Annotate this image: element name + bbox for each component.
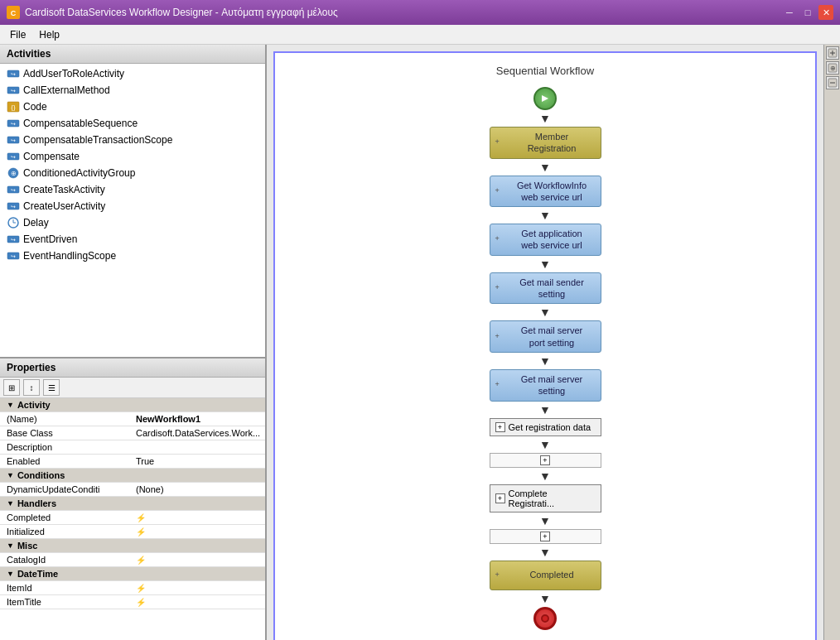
flow-arrow: ▼ (539, 402, 551, 418)
node-label: Get WorkflowInfoweb service url (509, 180, 596, 204)
props-list-btn[interactable]: ☰ (43, 379, 60, 396)
svg-text:↪: ↪ (11, 137, 16, 143)
section-label: Misc (17, 541, 37, 551)
workflow-flow: ▼ + MemberRegistration ▼ + Get WorkflowI… (283, 87, 807, 630)
activity-item[interactable]: ↪ Compensate (0, 148, 265, 165)
props-row: (Name) NewWorkflow1 (0, 412, 265, 426)
workflow-end-node (533, 607, 557, 630)
workflow-node-inner-expand2[interactable]: + (490, 529, 601, 544)
workflow-node-inner-expand[interactable]: + (490, 453, 601, 468)
lightning-icon: ⚡ (136, 598, 146, 607)
svg-text:↪: ↪ (11, 154, 16, 160)
prop-key: Completed (0, 511, 133, 525)
expand-inner-icon[interactable]: + (540, 532, 550, 541)
side-btn-1[interactable] (826, 46, 839, 60)
properties-table[interactable]: ▼ Activity (Name) NewWorkflow1 Base Clas… (0, 398, 265, 640)
section-label: Conditions (17, 470, 65, 480)
props-row: Base Class Cardisoft.DataServices.Work..… (0, 426, 265, 440)
svg-text:↪: ↪ (11, 71, 16, 77)
props-grid-btn[interactable]: ⊞ (3, 379, 20, 396)
activity-item[interactable]: ↪ CompensatableSequence (0, 115, 265, 132)
node-label: Get registration data (509, 422, 591, 432)
prop-key: Enabled (0, 455, 133, 469)
activity-item[interactable]: ⊕ ConditionedActivityGroup (0, 165, 265, 181)
prop-value: True (133, 455, 265, 469)
expand-inner-icon[interactable]: + (540, 455, 550, 465)
workflow-node-mail-server[interactable]: + Get mail serversetting (490, 369, 601, 402)
side-btn-3[interactable] (826, 76, 839, 89)
workflow-node-member-registration[interactable]: + MemberRegistration (490, 127, 601, 159)
prop-value: ⚡ (133, 525, 265, 539)
expand-button[interactable]: + (495, 422, 505, 432)
props-section-datetime: ▼ DateTime (0, 567, 265, 581)
node-label: Complete Registrati... (509, 488, 596, 508)
node-label: Completed (509, 569, 596, 580)
expand-icon[interactable]: ▼ (7, 499, 14, 508)
prop-key: CatalogId (0, 553, 133, 567)
activity-item[interactable]: {} Code (0, 99, 265, 115)
prop-key: DynamicUpdateConditi (0, 483, 133, 497)
minimize-button[interactable]: ─ (782, 5, 797, 20)
props-section-handlers: ▼ Handlers (0, 497, 265, 511)
expand-icon[interactable]: ▼ (7, 401, 14, 409)
flow-arrow: ▼ (539, 256, 551, 272)
node-label: MemberRegistration (509, 131, 596, 155)
props-section-conditions: ▼ Conditions (0, 469, 265, 483)
props-row: Description (0, 440, 265, 455)
close-button[interactable]: ✕ (818, 5, 833, 20)
expand-icon[interactable]: ▼ (7, 471, 14, 479)
activities-header: Activities (0, 45, 265, 64)
activity-item[interactable]: ↪ CreateUserActivity (0, 198, 265, 214)
workflow-canvas: Sequential Workflow ▼ + MemberRegistrati… (273, 51, 817, 640)
main-layout: Activities ↪ AddUserToRoleActivity ↪ Cal… (0, 45, 840, 640)
menu-help[interactable]: Help (32, 27, 66, 42)
svg-text:↪: ↪ (11, 204, 16, 209)
lightning-icon: ⚡ (136, 527, 146, 537)
flow-arrow: ▼ (539, 207, 551, 224)
node-label: Get applicationweb service url (509, 228, 596, 252)
flow-arrow: ▼ (539, 353, 551, 369)
svg-text:↪: ↪ (11, 88, 16, 94)
lightning-icon: ⚡ (136, 513, 146, 522)
activity-item[interactable]: ↪ CompensatableTransactionScope (0, 132, 265, 148)
svg-text:⊕: ⊕ (829, 65, 835, 72)
props-sort-btn[interactable]: ↕ (23, 379, 40, 396)
activity-item[interactable]: ↪ EventDriven (0, 231, 265, 248)
workflow-node-mail-port[interactable]: + Get mail serverport setting (490, 320, 601, 353)
side-btn-2[interactable]: ⊕ (826, 61, 839, 75)
side-toolbar: ⊕ (823, 45, 840, 640)
workflow-node-complete-registration[interactable]: + Complete Registrati... (490, 484, 601, 512)
workflow-node-workflowinfo-url[interactable]: + Get WorkflowInfoweb service url (490, 176, 601, 208)
maximize-button[interactable]: □ (800, 5, 815, 20)
activity-item[interactable]: Delay (0, 214, 265, 231)
node-icon: + (495, 234, 505, 244)
node-icon: + (495, 332, 505, 342)
activities-list[interactable]: ↪ AddUserToRoleActivity ↪ CallExternalMe… (0, 64, 265, 357)
prop-value: ⚡ (133, 581, 265, 595)
flow-arrow: ▼ (539, 159, 551, 176)
end-inner (541, 614, 549, 623)
workflow-node-mail-sender[interactable]: + Get mail sendersetting (490, 272, 601, 305)
prop-key: ItemId (0, 581, 133, 595)
svg-text:↪: ↪ (11, 187, 16, 193)
section-label: Handlers (17, 498, 56, 508)
expand-icon[interactable]: ▼ (7, 541, 14, 550)
activity-item[interactable]: ↪ AddUserToRoleActivity (0, 65, 265, 82)
blue-arrow-icon: ↪ (7, 200, 20, 213)
node-icon: + (495, 283, 505, 293)
activity-item[interactable]: ↪ CreateTaskActivity (0, 181, 265, 198)
expand-icon[interactable]: ▼ (7, 570, 14, 578)
props-row: ItemId ⚡ (0, 581, 265, 595)
workflow-node-app-url[interactable]: + Get applicationweb service url (490, 224, 601, 256)
expand-button[interactable]: + (495, 493, 505, 503)
workflow-node-completed[interactable]: + Completed (490, 561, 601, 590)
svg-text:{}: {} (11, 103, 16, 111)
clock-icon (7, 216, 20, 229)
menu-file[interactable]: File (3, 27, 32, 42)
node-icon: + (495, 186, 505, 196)
workflow-area[interactable]: Sequential Workflow ▼ + MemberRegistrati… (267, 45, 823, 640)
activity-item[interactable]: ↪ CallExternalMethod (0, 82, 265, 99)
flow-arrow: ▼ (539, 436, 551, 453)
workflow-node-registration-data[interactable]: + Get registration data (490, 418, 601, 436)
activity-item[interactable]: ↪ EventHandlingScope (0, 248, 265, 264)
